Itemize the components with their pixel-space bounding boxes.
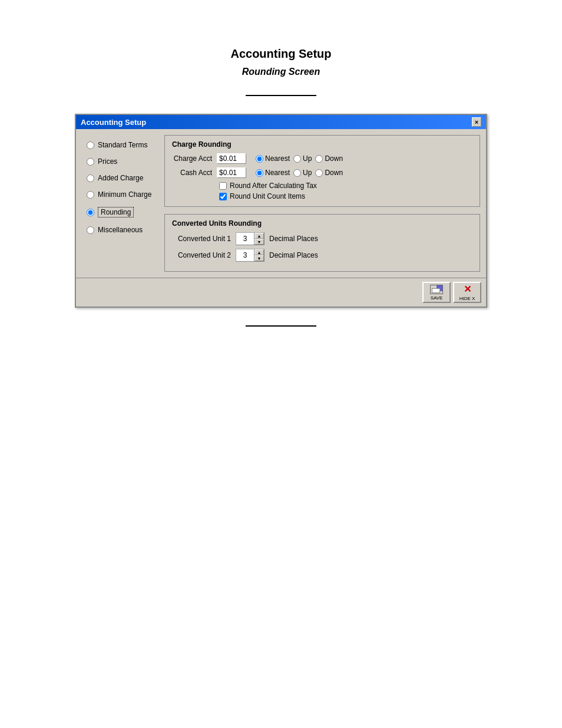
charge-nearest-option[interactable]: Nearest bbox=[256, 154, 290, 163]
nav-item-minimum-charge[interactable]: Minimum Charge bbox=[87, 190, 160, 199]
charge-down-label: Down bbox=[325, 154, 343, 163]
nav-panel: Standard Terms Prices Added Charge Minim… bbox=[82, 135, 164, 272]
unit1-spinner: ▲ ▼ bbox=[236, 232, 265, 245]
charge-down-radio[interactable] bbox=[315, 155, 323, 163]
cash-up-radio[interactable] bbox=[293, 169, 301, 177]
cash-acct-row: Cash Acct Nearest Up bbox=[172, 167, 472, 178]
cash-acct-label: Cash Acct bbox=[172, 169, 212, 177]
nav-label-miscellaneous: Miscellaneous bbox=[98, 226, 143, 234]
nav-radio-minimum-charge[interactable] bbox=[87, 191, 94, 199]
cash-rounding-options: Nearest Up Down bbox=[256, 169, 343, 177]
unit1-input[interactable] bbox=[236, 233, 254, 245]
converted-units-title: Converted Units Rounding bbox=[172, 219, 472, 228]
hide-close-button[interactable]: ✕ HIDE X bbox=[453, 282, 481, 303]
round-after-tax-checkbox[interactable] bbox=[219, 182, 227, 190]
save-button[interactable]: SAVE bbox=[422, 282, 451, 303]
cash-acct-input[interactable] bbox=[217, 167, 246, 178]
unit1-up-button[interactable]: ▲ bbox=[254, 233, 264, 239]
round-unit-count-row: Round Unit Count Items bbox=[219, 192, 472, 200]
cash-up-option[interactable]: Up bbox=[293, 169, 312, 177]
unit1-down-button[interactable]: ▼ bbox=[254, 239, 264, 245]
round-after-tax-label: Round After Calculating Tax bbox=[230, 182, 317, 190]
save-label: SAVE bbox=[431, 295, 443, 301]
nav-label-standard-terms: Standard Terms bbox=[98, 141, 148, 149]
cash-up-label: Up bbox=[303, 169, 312, 177]
nav-radio-standard-terms[interactable] bbox=[87, 141, 94, 149]
charge-acct-input[interactable] bbox=[217, 153, 246, 164]
nav-item-rounding[interactable]: Rounding bbox=[87, 207, 160, 218]
nav-label-minimum-charge: Minimum Charge bbox=[98, 190, 151, 199]
nav-label-prices: Prices bbox=[98, 157, 117, 166]
cash-nearest-label: Nearest bbox=[265, 169, 290, 177]
bottom-divider bbox=[246, 325, 316, 327]
round-unit-count-checkbox[interactable] bbox=[219, 193, 227, 200]
unit2-down-button[interactable]: ▼ bbox=[254, 255, 264, 261]
top-divider bbox=[246, 95, 316, 96]
charge-up-radio[interactable] bbox=[293, 155, 301, 163]
page-title: Accounting Setup bbox=[230, 47, 331, 61]
unit1-spinner-buttons: ▲ ▼ bbox=[254, 233, 264, 245]
page-subtitle: Rounding Screen bbox=[242, 67, 320, 77]
unit2-decimal-label: Decimal Places bbox=[269, 251, 318, 259]
window-footer: SAVE ✕ HIDE X bbox=[76, 278, 486, 307]
window-body: Standard Terms Prices Added Charge Minim… bbox=[76, 129, 486, 278]
cash-nearest-radio[interactable] bbox=[256, 169, 263, 177]
nav-item-prices[interactable]: Prices bbox=[87, 157, 160, 166]
nav-label-added-charge: Added Charge bbox=[98, 174, 143, 182]
nav-radio-rounding[interactable] bbox=[87, 209, 94, 216]
nav-radio-prices[interactable] bbox=[87, 158, 94, 166]
cash-down-option[interactable]: Down bbox=[315, 169, 343, 177]
nav-radio-added-charge[interactable] bbox=[87, 174, 94, 182]
window-title: Accounting Setup bbox=[81, 118, 146, 127]
converted-units-group: Converted Units Rounding Converted Unit … bbox=[164, 214, 480, 272]
charge-acct-label: Charge Acct bbox=[172, 154, 212, 163]
unit1-decimal-label: Decimal Places bbox=[269, 235, 318, 243]
nav-radio-miscellaneous[interactable] bbox=[87, 226, 94, 234]
charge-up-label: Up bbox=[303, 154, 312, 163]
unit2-up-button[interactable]: ▲ bbox=[254, 249, 264, 255]
charge-nearest-radio[interactable] bbox=[256, 155, 263, 163]
cash-down-radio[interactable] bbox=[315, 169, 323, 177]
charge-rounding-title: Charge Rounding bbox=[172, 140, 472, 149]
cash-nearest-option[interactable]: Nearest bbox=[256, 169, 290, 177]
unit2-input[interactable] bbox=[236, 249, 254, 261]
unit2-spinner-buttons: ▲ ▼ bbox=[254, 249, 264, 261]
accounting-setup-window: Accounting Setup × Standard Terms Prices… bbox=[75, 114, 487, 308]
unit2-spinner: ▲ ▼ bbox=[236, 249, 265, 262]
cash-down-label: Down bbox=[325, 169, 343, 177]
window-titlebar: Accounting Setup × bbox=[76, 115, 486, 129]
close-icon: ✕ bbox=[464, 284, 471, 295]
charge-down-option[interactable]: Down bbox=[315, 154, 343, 163]
charge-rounding-group: Charge Rounding Charge Acct Nearest bbox=[164, 135, 480, 207]
nav-item-standard-terms[interactable]: Standard Terms bbox=[87, 141, 160, 149]
charge-nearest-label: Nearest bbox=[265, 154, 290, 163]
unit1-label: Converted Unit 1 bbox=[172, 235, 231, 243]
charge-up-option[interactable]: Up bbox=[293, 154, 312, 163]
round-after-tax-row: Round After Calculating Tax bbox=[219, 182, 472, 190]
charge-rounding-options: Nearest Up Down bbox=[256, 154, 343, 163]
window-close-button[interactable]: × bbox=[472, 117, 481, 127]
unit2-label: Converted Unit 2 bbox=[172, 251, 231, 259]
nav-label-rounding: Rounding bbox=[98, 207, 134, 218]
content-panel: Charge Rounding Charge Acct Nearest bbox=[164, 135, 480, 272]
converted-unit1-row: Converted Unit 1 ▲ ▼ Decimal Places bbox=[172, 232, 472, 245]
charge-acct-row: Charge Acct Nearest Up bbox=[172, 153, 472, 164]
nav-item-added-charge[interactable]: Added Charge bbox=[87, 174, 160, 182]
converted-unit2-row: Converted Unit 2 ▲ ▼ Decimal Places bbox=[172, 249, 472, 262]
close-label: HIDE X bbox=[459, 296, 475, 301]
nav-item-miscellaneous[interactable]: Miscellaneous bbox=[87, 226, 160, 234]
round-unit-count-label: Round Unit Count Items bbox=[230, 192, 305, 200]
